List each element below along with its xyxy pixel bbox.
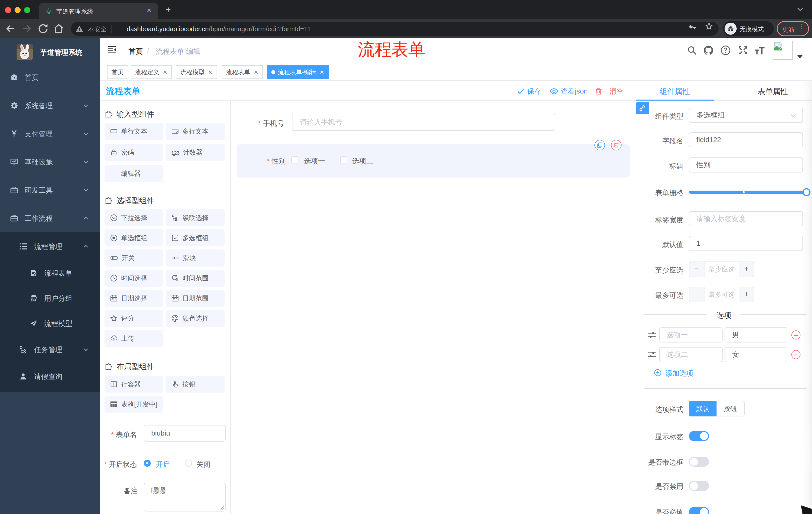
svg-text:123: 123 — [171, 150, 179, 156]
